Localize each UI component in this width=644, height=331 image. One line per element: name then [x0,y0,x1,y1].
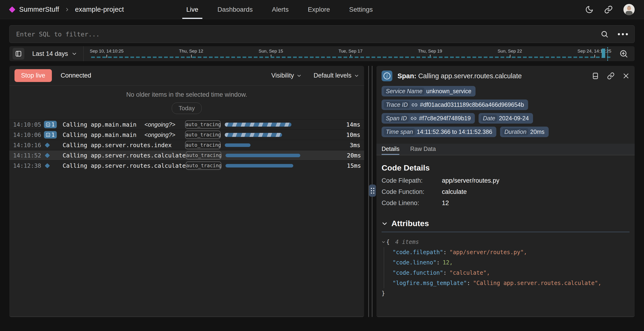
sidebar-toggle-button[interactable] [12,48,24,60]
default-levels-label: Default levels [314,72,352,79]
tab-explore[interactable]: Explore [304,0,334,19]
row-tag[interactable]: auto_tracing [186,151,221,160]
chevron-down-icon [297,73,302,78]
row-tag[interactable]: auto_tracing [185,120,220,129]
row-duration: 10ms [339,132,360,138]
breadcrumb: SummerStuff example-project [9,6,124,13]
tab-raw-data[interactable]: Raw Data [410,144,436,155]
service-name-badge: Service Name unknown_service [382,86,476,96]
tick-label: Thu, Sep 19 [418,48,442,54]
json-close-brace: } [382,288,630,298]
span-row-selected[interactable]: 14:11:52 Calling app.server.routes.calcu… [9,150,364,160]
attributes-json-viewer: { 4 items "code.filepath":"app/server/ro… [382,237,630,298]
child-count: 1 [52,132,55,138]
tab-dashboards[interactable]: Dashboards [214,0,257,19]
panel-gutter [364,66,376,317]
visibility-dropdown[interactable]: Visibility [271,72,302,79]
span-diamond-icon [45,163,50,168]
attributes-collapse-toggle[interactable]: Attributes [382,219,630,228]
span-row[interactable]: 14:10:06 + 1 Calling app.main.main <ongo… [9,130,364,140]
row-message: Calling app.main.main [62,121,136,128]
row-message: Calling app.server.routes.calculate [62,162,186,169]
json-colon: : [443,249,446,256]
project-name[interactable]: example-project [75,6,124,13]
today-button[interactable]: Today [172,102,202,114]
json-brace: { [386,237,390,247]
code-detail-row: Code Lineno: 12 [382,200,630,207]
row-icon [44,154,59,158]
link-icon[interactable] [412,102,418,108]
json-value: 12, [442,259,452,266]
duration-bar [226,164,293,168]
row-ongoing-suffix: <ongoing?> [144,132,175,138]
json-colon: : [436,259,440,266]
tick-label: Sun, Sep 15 [259,48,283,54]
share-link-icon[interactable] [604,5,613,14]
span-title-text: Calling app.server.routes.calculate [418,72,522,80]
badge-label: Date [481,115,497,122]
json-entry: "code.lineno":12, [392,258,630,268]
copy-link-icon[interactable] [607,72,614,80]
attributes-heading: Attributes [392,219,429,228]
tab-details[interactable]: Details [382,144,399,155]
time-range-label: Last 14 days [32,50,68,58]
org-name[interactable]: SummerStuff [19,6,59,13]
stop-live-button[interactable]: Stop live [14,69,52,82]
span-row[interactable]: 14:12:38 Calling app.server.routes.calcu… [9,160,364,170]
logo-diamond-icon[interactable] [9,6,16,13]
child-count-badge[interactable]: + 1 [44,131,57,138]
timeline-cursor[interactable] [607,47,608,61]
code-detail-row: Code Filepath: app/server/routes.py [382,177,630,184]
top-nav: SummerStuff example-project Live Dashboa… [0,0,644,19]
time-range-dropdown[interactable]: Last 14 days [32,50,77,58]
row-timestamp: 14:12:38 [13,162,44,169]
code-detail-label: Code Function: [382,188,442,196]
search-icon[interactable] [600,30,608,38]
span-detail-header: i Span: Calling app.server.routes.calcul… [376,66,635,84]
span-title-prefix: Span: [398,72,416,80]
span-row[interactable]: 14:10:16 Calling app.server.routes.index… [9,140,364,150]
row-message: Calling app.main.main [62,132,136,138]
detail-tabs: Details Raw Data [376,144,635,155]
row-duration: 20ms [340,152,361,159]
row-tag[interactable]: auto_tracing [185,130,220,139]
sql-filter-input[interactable] [16,30,600,38]
user-avatar[interactable] [624,4,635,15]
nav-actions [585,4,635,15]
dark-mode-moon-icon[interactable] [585,5,594,14]
timeline-activity-spike [602,48,605,58]
row-icon [44,143,59,147]
badge-label: Time span [384,128,415,136]
more-options-icon[interactable] [618,33,628,35]
badge-label: Service Name [384,88,424,95]
row-tag[interactable]: auto_tracing [186,162,221,170]
timeline-strip[interactable]: Sep 10, 14:10:25 Thu, Sep 12 Sun, Sep 15… [90,46,611,61]
child-count: 1 [52,122,55,128]
badge-value: 14:11:52.366 to 14:11:52.386 [417,128,492,135]
panel-resize-handle[interactable] [369,184,376,197]
timeline-activity-line [91,56,610,58]
tab-live[interactable]: Live [182,0,202,19]
zoom-in-icon[interactable] [619,49,628,58]
tab-alerts[interactable]: Alerts [268,0,293,19]
row-message: Calling app.server.routes.calculate [62,152,186,159]
json-value: "Calling app.server.routes.calculate", [473,280,601,286]
json-collapse-icon[interactable] [382,240,385,244]
span-row[interactable]: 14:10:05 + 1 Calling app.main.main <ongo… [9,119,364,130]
chevron-down-icon [382,220,388,226]
span-id-badge: Span ID #f7c8e294f7489b19 [382,113,475,124]
tick-label: Sep 10, 14:10:25 [90,48,124,54]
tab-settings[interactable]: Settings [345,0,377,19]
json-key: "code.filepath" [392,249,443,256]
duration-bar [225,144,250,147]
link-icon[interactable] [410,116,417,122]
code-details-heading: Code Details [382,163,630,172]
child-count-badge[interactable]: + 1 [44,121,57,128]
close-icon[interactable] [622,72,630,80]
row-tag[interactable]: auto_tracing [185,141,220,149]
json-entries: "code.filepath":"app/server/routes.py", … [384,247,630,288]
code-detail-value: calculate [442,188,467,196]
default-levels-dropdown[interactable]: Default levels [314,72,359,79]
badge-value: #df01acad0311189c8b66a466d969654b [420,102,524,108]
split-view-icon[interactable] [592,72,599,80]
